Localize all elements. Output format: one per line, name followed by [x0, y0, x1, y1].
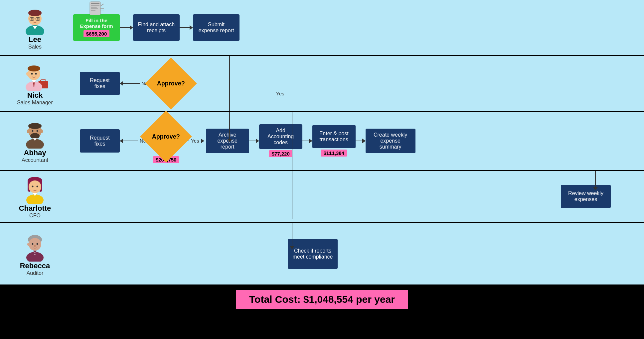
rebecca-avatar — [20, 232, 50, 262]
svg-point-57 — [37, 243, 38, 245]
nick-request-fixes-box[interactable]: Request fixes — [80, 72, 120, 95]
review-weekly-expenses-label: Review weekly expenses — [565, 190, 606, 202]
fill-expense-form-label: Fill in the Expense form — [78, 18, 115, 29]
create-weekly-expense-summary-label: Create weekly expense summary — [370, 132, 411, 150]
nick-avatar — [20, 61, 50, 91]
check-compliance-label: Check if reports meet compliance — [292, 248, 333, 260]
svg-rect-11 — [91, 5, 99, 6]
check-compliance-wrapper: Check if reports meet compliance — [288, 239, 338, 269]
actor-lee: Lee Sales — [0, 2, 70, 53]
find-attach-receipts-box[interactable]: Find and attach receipts — [133, 14, 180, 41]
svg-point-35 — [37, 130, 38, 132]
actor-abhay: Abhay Accountant — [0, 115, 70, 167]
svg-point-27 — [35, 73, 37, 74]
swim-lane-rebecca: Rebecca Auditor Check if reports meet co… — [0, 223, 644, 284]
nick-role: Sales Manager — [17, 100, 53, 106]
abhay-yes-label: Yes — [191, 138, 199, 144]
nick-request-fixes-label: Request fixes — [84, 77, 115, 89]
charlotte-name: Charlotte — [19, 204, 51, 213]
abhay-name: Abhay — [24, 149, 46, 157]
abhay-avatar — [20, 119, 50, 149]
lee-lane-content: Fill in the Expense form $655,200 Find a… — [70, 0, 644, 55]
svg-point-24 — [28, 65, 40, 71]
total-cost-label: Total Cost: $1,048,554 per year — [249, 294, 395, 305]
rebecca-name: Rebecca — [20, 262, 50, 270]
abhay-approve-wrapper: Approve? $204,750 — [148, 118, 184, 163]
svg-rect-14 — [91, 10, 95, 11]
svg-point-32 — [28, 123, 42, 129]
accounting-wrapper: Add Accounting codes $77,220 — [259, 124, 302, 157]
diagram-container: Lee Sales — [0, 0, 644, 314]
svg-point-55 — [29, 238, 41, 251]
svg-line-15 — [100, 4, 104, 6]
archive-expense-report-box[interactable]: Archive expense report — [206, 129, 249, 153]
add-accounting-codes-box[interactable]: Add Accounting codes — [259, 124, 302, 149]
arrow-abhay-3 — [302, 139, 312, 143]
nick-name: Nick — [27, 91, 43, 100]
abhay-approve-label: Approve? — [152, 133, 180, 140]
actor-nick: Nick Sales Manager — [0, 58, 70, 109]
submit-expense-report-label: Submit expense report — [198, 22, 235, 34]
svg-point-58 — [34, 245, 36, 247]
svg-point-53 — [26, 252, 44, 262]
nick-approve-label: Approve? — [157, 80, 185, 87]
swim-lane-lee: Lee Sales — [0, 0, 644, 56]
fill-expense-cost: $655,200 — [83, 30, 110, 37]
svg-point-46 — [29, 180, 41, 193]
svg-point-38 — [40, 129, 43, 133]
charlotte-avatar — [20, 174, 50, 204]
svg-point-62 — [27, 243, 30, 246]
create-weekly-expense-summary-box[interactable]: Create weekly expense summary — [366, 129, 415, 153]
review-weekly-expenses-box[interactable]: Review weekly expenses — [561, 185, 611, 208]
enter-post-transactions-box[interactable]: Enter & post transactions — [312, 125, 356, 148]
svg-point-26 — [31, 73, 33, 74]
actor-rebecca: Rebecca Auditor — [0, 228, 70, 280]
svg-point-61 — [35, 254, 36, 255]
svg-point-25 — [26, 72, 29, 76]
svg-point-60 — [35, 252, 36, 253]
accounting-cost: $77,220 — [269, 150, 292, 157]
arrow-abhay-4 — [356, 139, 366, 143]
fill-expense-form-box[interactable]: Fill in the Expense form $655,200 — [73, 14, 120, 41]
nick-yes-label: Yes — [276, 91, 284, 96]
arrow-lee-1 — [120, 25, 133, 30]
archive-expense-report-label: Archive expense report — [211, 132, 244, 150]
charlotte-lane-content: Review weekly expenses — [70, 172, 644, 221]
lee-role: Sales — [28, 44, 42, 50]
nick-approve-diamond[interactable]: Approve? — [153, 65, 189, 102]
svg-point-34 — [32, 130, 34, 132]
swim-lane-abhay: Abhay Accountant Request fixes No Approv… — [0, 112, 644, 171]
total-cost-box: Total Cost: $1,048,554 per year — [236, 290, 408, 309]
svg-point-8 — [37, 18, 39, 20]
footer-bar: Total Cost: $1,048,554 per year — [0, 284, 644, 314]
lee-name: Lee — [29, 35, 41, 44]
arrow-lee-2 — [180, 25, 193, 30]
svg-rect-10 — [91, 3, 99, 4]
find-attach-receipts-label: Find and attach receipts — [138, 22, 175, 34]
enter-post-transactions-label: Enter & post transactions — [317, 131, 351, 143]
rebecca-lane-content: Check if reports meet compliance — [70, 223, 644, 284]
lee-avatar — [20, 5, 50, 35]
review-weekly-expenses-wrapper: Review weekly expenses — [561, 185, 611, 208]
svg-point-37 — [27, 129, 30, 133]
check-compliance-box[interactable]: Check if reports meet compliance — [288, 239, 338, 269]
receipt-icon — [88, 1, 105, 18]
abhay-lane-content: Request fixes No Approve? $204,750 — [70, 112, 644, 170]
svg-rect-13 — [91, 8, 98, 9]
add-accounting-codes-label: Add Accounting codes — [264, 128, 298, 146]
svg-point-48 — [37, 186, 38, 187]
abhay-approve-diamond[interactable]: Approve? — [148, 118, 184, 155]
svg-point-7 — [31, 18, 33, 20]
rebecca-role: Auditor — [27, 270, 44, 276]
svg-rect-12 — [91, 7, 97, 8]
abhay-role: Accountant — [22, 157, 48, 163]
charlotte-role: CFO — [29, 213, 41, 219]
arrow-abhay-2 — [249, 139, 259, 143]
swim-lane-nick: Nick Sales Manager Request fixes No Appr… — [0, 56, 644, 112]
svg-point-3 — [28, 10, 42, 16]
transactions-wrapper: Enter & post transactions $111,384 — [312, 125, 356, 157]
submit-expense-report-box[interactable]: Submit expense report — [193, 14, 240, 41]
swim-lane-charlotte: Charlotte CFO Review weekly expenses — [0, 171, 644, 223]
svg-point-47 — [32, 186, 34, 187]
abhay-request-fixes-box[interactable]: Request fixes — [80, 129, 120, 153]
